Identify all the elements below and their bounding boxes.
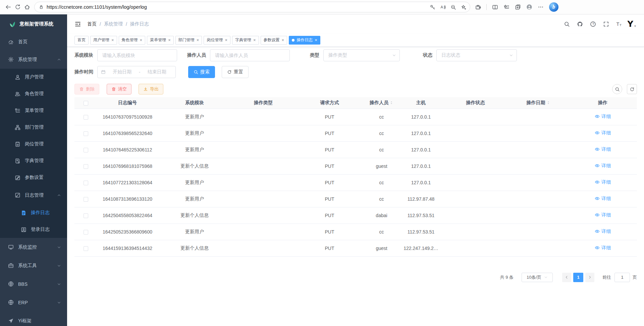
sidebar-item-login-log[interactable]: 登录日志 [0, 221, 67, 238]
tab-用户管理[interactable]: 用户管理× [90, 36, 117, 45]
row-checkbox[interactable] [84, 181, 88, 185]
copilot-icon[interactable]: b [549, 2, 558, 12]
address-bar[interactable]: https://ccnetcore.com:1101/system/log/op… [34, 2, 470, 12]
close-icon[interactable]: × [225, 38, 227, 42]
close-icon[interactable]: × [168, 38, 171, 42]
detail-link[interactable]: 详细 [595, 179, 611, 185]
next-page-button[interactable] [585, 273, 594, 282]
key-icon[interactable] [430, 4, 435, 10]
sidebar-item-role-mgmt[interactable]: 角色管理 [0, 85, 67, 102]
page-1-button[interactable]: 1 [573, 273, 583, 282]
detail-link[interactable]: 详细 [595, 114, 611, 120]
tab-字典管理[interactable]: 字典管理× [232, 36, 259, 45]
collapse-menu-icon[interactable] [74, 21, 81, 27]
collections-icon[interactable] [515, 4, 521, 10]
close-icon[interactable]: × [111, 38, 114, 42]
reload-icon[interactable] [15, 4, 21, 10]
refresh-table-button[interactable] [627, 84, 637, 94]
sidebar-item-menu-mgmt[interactable]: 菜单管理 [0, 102, 67, 119]
sidebar-item-bbs[interactable]: BBS [0, 275, 67, 293]
user-avatar[interactable]: Y ▾ [628, 20, 636, 28]
type-select[interactable]: 操作类型 [323, 49, 400, 61]
font-size-icon[interactable]: TT [616, 21, 622, 27]
tab-首页[interactable]: 首页 [74, 36, 89, 45]
question-icon[interactable]: ? [590, 21, 596, 27]
sidebar-item-post-mgmt[interactable]: 岗位管理 [0, 136, 67, 152]
table-header-cell[interactable]: 操作日期 [508, 97, 569, 109]
clear-button[interactable]: 清空 [107, 84, 131, 94]
sidebar-item-oper-log[interactable]: 操作日志 [0, 204, 67, 221]
split-screen-icon[interactable] [492, 4, 498, 10]
page-size-select[interactable]: 10条/页 [522, 273, 553, 282]
sidebar-item-system-tools[interactable]: 系统工具 [0, 256, 67, 275]
github-icon[interactable] [577, 21, 583, 27]
close-icon[interactable]: × [282, 38, 284, 42]
row-checkbox[interactable] [84, 115, 88, 120]
url-text[interactable]: https://ccnetcore.com:1101/system/log/op… [47, 4, 427, 10]
tab-操作日志[interactable]: 操作日志× [289, 36, 320, 45]
breadcrumb-item[interactable]: 系统管理 [104, 21, 123, 27]
prev-page-button[interactable] [562, 273, 571, 282]
status-select[interactable]: 日志状态 [436, 49, 517, 61]
goto-page-input[interactable] [614, 273, 630, 282]
tab-参数设置[interactable]: 参数设置× [261, 36, 287, 45]
tab-菜单管理[interactable]: 菜单管理× [147, 36, 174, 45]
sidebar-item-yi-frame[interactable]: Yi框架 [0, 312, 67, 326]
zoom-out-icon[interactable] [450, 4, 456, 10]
close-icon[interactable]: × [197, 38, 199, 42]
read-aloud-icon[interactable]: A [440, 4, 446, 10]
fullscreen-icon[interactable] [603, 21, 609, 27]
detail-link[interactable]: 详细 [595, 245, 611, 251]
search-icon[interactable] [564, 21, 570, 27]
row-checkbox[interactable] [84, 230, 88, 235]
detail-link[interactable]: 详细 [595, 163, 611, 169]
sidebar-item-log-mgmt[interactable]: 日志管理 [0, 186, 67, 204]
sidebar-item-erp[interactable]: ERP [0, 293, 67, 312]
export-button[interactable]: 导出 [139, 84, 163, 94]
row-checkbox[interactable] [84, 131, 88, 136]
delete-button[interactable]: 删除 [74, 84, 99, 94]
detail-link[interactable]: 详细 [595, 130, 611, 136]
detail-link[interactable]: 详细 [595, 146, 611, 152]
breadcrumb-item[interactable]: 首页 [87, 21, 97, 27]
sidebar-item-system-monitor[interactable]: 系统监控 [0, 238, 67, 256]
sidebar-item-param-settings[interactable]: 参数设置 [0, 169, 67, 186]
star-add-icon[interactable] [461, 4, 467, 10]
tab-岗位管理[interactable]: 岗位管理× [204, 36, 230, 45]
table-header-cell[interactable]: 操作人员 [364, 97, 399, 109]
lock-icon[interactable] [39, 4, 44, 10]
module-input[interactable] [97, 49, 177, 61]
sidebar-item-home[interactable]: 首页 [0, 34, 67, 50]
reset-button[interactable]: 重置 [222, 66, 249, 78]
tab-部门管理[interactable]: 部门管理× [175, 36, 202, 45]
sidebar-item-system-mgmt[interactable]: 系统管理 [0, 50, 67, 69]
sidebar-item-user-mgmt[interactable]: 用户管理 [0, 69, 67, 85]
close-icon[interactable]: × [140, 38, 143, 42]
date-range-input[interactable]: 开始日期 - 结束日期 [97, 66, 176, 78]
sidebar-item-dict-mgmt[interactable]: 字典管理 [0, 152, 67, 169]
detail-link[interactable]: 详细 [595, 229, 611, 235]
profile-icon[interactable] [526, 4, 532, 10]
close-icon[interactable]: × [315, 38, 317, 42]
toggle-search-button[interactable] [612, 84, 622, 94]
detail-link[interactable]: 详细 [595, 212, 611, 218]
row-checkbox[interactable] [84, 246, 88, 251]
favorites-icon[interactable] [503, 4, 509, 10]
detail-link[interactable]: 详细 [595, 196, 611, 202]
row-checkbox[interactable] [84, 148, 88, 152]
home-icon[interactable] [24, 4, 30, 10]
extensions-icon[interactable] [475, 4, 481, 10]
operator-input[interactable] [210, 49, 290, 61]
sort-icon[interactable] [389, 100, 393, 105]
sidebar-item-dept-mgmt[interactable]: 部门管理 [0, 119, 67, 136]
row-checkbox[interactable] [84, 197, 88, 202]
close-icon[interactable]: × [253, 38, 256, 42]
search-button[interactable]: 搜索 [188, 66, 215, 78]
select-all-checkbox[interactable] [84, 101, 88, 106]
row-checkbox[interactable] [84, 213, 88, 218]
sort-icon[interactable] [546, 100, 550, 105]
more-icon[interactable] [538, 4, 544, 10]
row-checkbox[interactable] [84, 164, 88, 169]
back-icon[interactable] [5, 4, 11, 10]
tab-角色管理[interactable]: 角色管理× [119, 36, 146, 45]
